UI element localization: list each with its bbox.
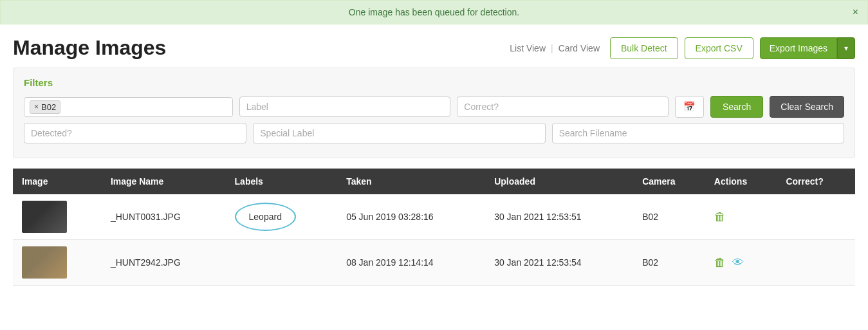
search-button[interactable]: Search [710,96,763,118]
close-icon[interactable]: × [853,6,858,18]
export-images-main-button[interactable]: Export Images [760,37,837,59]
calendar-icon: 📅 [683,101,696,113]
calendar-button[interactable]: 📅 [675,96,704,118]
taken-cell: 08 Jan 2019 12:14:14 [337,240,485,286]
export-images-button-group: Export Images ▾ [760,37,855,59]
labels-cell: Leopard [226,194,338,240]
detected-filter-input[interactable] [24,123,246,143]
delete-icon[interactable]: 🗑 [714,210,726,224]
uploaded-cell: 30 Jan 2021 12:53:51 [485,194,633,240]
table-row: _HUNT2942.JPG08 Jan 2019 12:14:1430 Jan … [13,240,855,286]
action-icons-group: 🗑👁 [714,256,768,270]
actions-cell: 🗑 [705,194,777,240]
action-icons-group: 🗑 [714,210,768,224]
image-thumbnail [22,201,67,233]
filename-filter-input[interactable] [552,123,844,143]
col-camera: Camera [633,169,705,194]
notification-banner: One image has been queued for detection.… [0,0,868,24]
filter-row-1: × B02 📅 Search Clear Search [24,96,844,118]
page-header: Manage Images List View | Card View Bulk… [0,24,868,68]
images-table: Image Image Name Labels Taken Uploaded C… [13,169,855,286]
view-divider: | [551,43,553,53]
filter-row-2 [24,123,844,143]
filters-title: Filters [24,77,844,88]
list-view-link[interactable]: List View [510,43,546,53]
notification-message: One image has been queued for detection. [349,7,519,17]
page-title: Manage Images [13,36,166,60]
image-name-cell: _HUNT0031.JPG [102,194,226,240]
image-thumbnail [22,246,67,279]
image-name-cell: _HUNT2942.JPG [102,240,226,286]
camera-cell: B02 [633,194,705,240]
card-view-link[interactable]: Card View [559,43,600,53]
tag-badge: × B02 [30,100,60,114]
label-filter-input[interactable] [239,96,451,117]
col-taken: Taken [337,169,485,194]
taken-cell: 05 Jun 2019 03:28:16 [337,194,485,240]
table-header-row: Image Image Name Labels Taken Uploaded C… [13,169,855,194]
label-badge: Leopard [235,203,296,231]
delete-icon[interactable]: 🗑 [714,256,726,270]
tag-filter-input[interactable]: × B02 [24,97,233,117]
col-image-name: Image Name [102,169,226,194]
table-row: _HUNT0031.JPGLeopard05 Jun 2019 03:28:16… [13,194,855,240]
view-links: List View | Card View [510,43,600,53]
tag-label: B02 [41,102,56,112]
tag-text-input[interactable] [64,102,226,112]
correct-cell [777,194,855,240]
camera-cell: B02 [633,240,705,286]
bulk-detect-button[interactable]: Bulk Detect [610,37,678,59]
uploaded-cell: 30 Jan 2021 12:53:54 [485,240,633,286]
correct-filter-input[interactable] [457,96,669,117]
actions-cell: 🗑👁 [705,240,777,286]
special-label-filter-input[interactable] [253,123,545,143]
col-correct: Correct? [777,169,855,194]
export-csv-button[interactable]: Export CSV [685,37,753,59]
export-images-arrow-button[interactable]: ▾ [837,37,855,59]
col-uploaded: Uploaded [485,169,633,194]
header-actions: List View | Card View Bulk Detect Export… [510,37,855,59]
labels-cell [226,240,338,286]
tag-remove-icon[interactable]: × [34,102,39,111]
view-icon[interactable]: 👁 [732,256,744,270]
col-image: Image [13,169,102,194]
col-actions: Actions [705,169,777,194]
filters-section: Filters × B02 📅 Search Clear Search [13,68,855,158]
clear-search-button[interactable]: Clear Search [770,96,844,118]
table-container: Image Image Name Labels Taken Uploaded C… [13,169,855,286]
correct-cell [777,240,855,286]
col-labels: Labels [226,169,338,194]
